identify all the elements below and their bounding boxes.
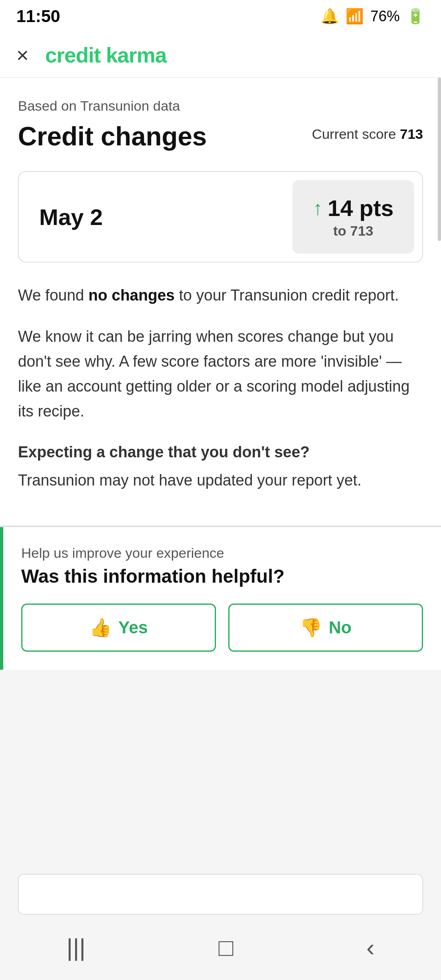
- expecting-change-section: Expecting a change that you don't see? T…: [18, 440, 423, 493]
- page-header: Credit changes Current score 713: [18, 122, 423, 151]
- thumbs-up-icon: 👍: [89, 617, 112, 638]
- main-content: Based on Transunion data Credit changes …: [0, 78, 441, 526]
- battery-icon: 🔋: [406, 8, 425, 25]
- current-score-label-text: Current score: [312, 126, 396, 142]
- home-nav-button[interactable]: □: [218, 933, 233, 962]
- expecting-header: Expecting a change that you don't see?: [18, 440, 423, 465]
- no-button[interactable]: 👎 No: [228, 604, 423, 652]
- current-score: Current score 713: [312, 122, 423, 142]
- status-time: 11:50: [16, 7, 60, 26]
- no-label: No: [329, 618, 352, 637]
- score-card-date: May 2: [19, 183, 123, 251]
- no-changes-section: We found no changes to your Transunion c…: [18, 283, 423, 308]
- app-bar: × credit karma: [0, 33, 441, 78]
- page-title: Credit changes: [18, 122, 207, 151]
- yes-label: Yes: [118, 618, 148, 637]
- status-icons: 🔔 📶 76% 🔋: [321, 8, 425, 25]
- no-changes-bold: no changes: [89, 287, 175, 304]
- bottom-area: [0, 670, 441, 874]
- close-button[interactable]: ×: [16, 45, 29, 66]
- app-logo: credit karma: [45, 43, 166, 67]
- feedback-prompt: Help us improve your experience: [21, 545, 423, 561]
- score-card-change: ↑ 14 pts to 713: [292, 180, 414, 254]
- menu-nav-button[interactable]: |||: [67, 933, 86, 962]
- nav-bar: ||| □ ‹: [0, 915, 441, 980]
- feedback-buttons: 👍 Yes 👎 No: [21, 604, 423, 652]
- score-card: May 2 ↑ 14 pts to 713: [18, 171, 423, 263]
- no-changes-text: We found no changes to your Transunion c…: [18, 283, 423, 308]
- yes-button[interactable]: 👍 Yes: [21, 604, 216, 652]
- expecting-body: Transunion may not have updated your rep…: [18, 468, 423, 493]
- feedback-section: Help us improve your experience Was this…: [0, 527, 441, 670]
- invisible-factors-section: We know it can be jarring when scores ch…: [18, 324, 423, 423]
- score-change-points: ↑ 14 pts: [313, 195, 394, 221]
- battery-text: 76%: [370, 8, 400, 25]
- change-pts-text: 14 pts: [327, 195, 394, 221]
- status-bar: 11:50 🔔 📶 76% 🔋: [0, 0, 441, 33]
- score-change-to: to 713: [313, 223, 394, 239]
- data-source-label: Based on Transunion data: [18, 98, 423, 114]
- arrow-up-icon: ↑: [313, 197, 323, 219]
- bottom-input[interactable]: [18, 874, 423, 915]
- back-nav-button[interactable]: ‹: [366, 933, 374, 962]
- scroll-indicator: [438, 78, 441, 241]
- alarm-icon: 🔔: [321, 8, 339, 25]
- feedback-question: Was this information helpful?: [21, 565, 423, 587]
- thumbs-down-icon: 👎: [300, 617, 322, 638]
- current-score-value: 713: [400, 126, 423, 142]
- invisible-factors-text: We know it can be jarring when scores ch…: [18, 324, 423, 423]
- wifi-icon: 📶: [345, 8, 364, 25]
